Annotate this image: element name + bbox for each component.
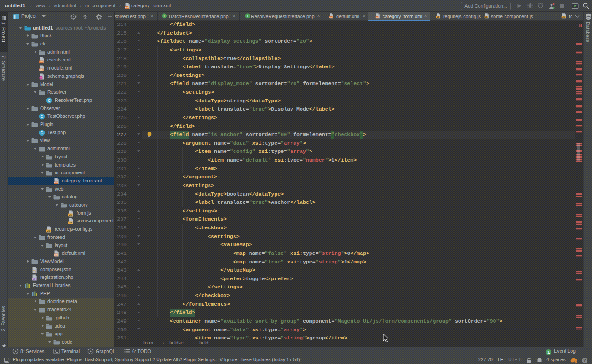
svg-text:JS: JS [562, 16, 565, 18]
svg-text:xml: xml [125, 6, 129, 9]
svg-text:JS: JS [69, 213, 72, 216]
svg-text:{}: {} [32, 269, 36, 273]
svg-text:I: I [247, 14, 248, 18]
svg-text:xml: xml [54, 181, 58, 184]
svg-text:JS: JS [47, 229, 51, 232]
svg-text:xml: xml [376, 16, 379, 18]
svg-text:C: C [48, 98, 51, 103]
svg-text:JS: JS [437, 16, 439, 18]
svg-text:xml: xml [39, 68, 43, 71]
svg-text:?: ? [583, 358, 586, 363]
svg-text:xml: xml [39, 61, 43, 63]
svg-text:PHP: PHP [32, 278, 36, 280]
svg-text:JS: JS [69, 222, 72, 224]
svg-text:JS: JS [485, 16, 488, 18]
svg-text:xml: xml [54, 253, 58, 256]
svg-text:xml: xml [329, 16, 332, 18]
svg-text:I: I [164, 14, 165, 18]
svg-text:C: C [41, 115, 44, 119]
svg-text:C: C [41, 131, 44, 135]
